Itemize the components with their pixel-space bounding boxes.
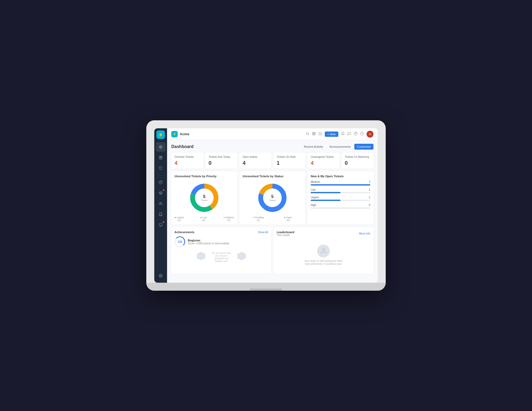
page-title: Dashboard [171,144,194,149]
stats-row: Overdue Tickets 4 Tickets Due Today 0 Op… [171,153,373,169]
stat-overdue-value: 4 [174,160,200,166]
stat-open[interactable]: Open tickets 4 [239,153,271,169]
svg-point-3 [160,202,161,204]
priority-legend-medium: ● Medium(2) [223,216,234,221]
chat-icon[interactable] [347,132,351,136]
stat-on-hold-value: 1 [277,160,302,166]
checklist-icon[interactable] [318,132,322,136]
sidebar-item-users[interactable] [156,199,165,208]
sidebar-item-settings[interactable] [156,271,165,281]
bottom-row: Achievements Show All 115 Beginner Score… [171,227,373,274]
bar-row-medium: Medium 2 [311,180,370,186]
stat-on-hold[interactable]: Tickets On Hold 1 [273,153,305,169]
stat-overdue-label: Overdue Tickets [174,155,200,158]
bar-label-high: High [311,204,316,207]
stat-open-label: Open tickets [243,155,268,158]
bar-row-urgent: Urgent 1 [311,196,370,201]
sidebar-item-question[interactable] [156,178,165,187]
bar-fill-low [311,192,340,193]
tab-announcements[interactable]: Announcements [327,144,354,150]
stat-watching-value: 0 [345,160,370,166]
sidebar-item-shield[interactable] [156,163,165,173]
priority-chart-title: Unresolved Tickets by Priority [174,175,234,178]
status-legend-open: ● Open(4) [284,216,292,221]
more-info-link[interactable]: More Info [359,232,370,235]
topbar-logo: ⚡ [171,131,178,137]
stat-unassigned[interactable]: Unassigned Tickets 4 [307,153,339,169]
achievement-level: 115 [174,236,185,247]
badge-left [197,252,205,262]
grid-icon[interactable] [312,132,316,136]
leaderboard-title-group: Leaderboard This month [277,231,294,237]
bell-icon[interactable] [341,132,345,136]
bar-track-low [311,192,370,193]
leaderboard-card: Leaderboard This month More Info Your te… [273,227,373,274]
content-area: Dashboard Recent Activity Announcements … [167,140,378,283]
priority-donut-center: 5 Tickets [201,194,207,202]
sidebar-item-monitor[interactable] [156,220,165,230]
search-icon[interactable] [306,132,309,136]
bar-row-high: High 0 [311,204,370,209]
achievement-title: Beginner [188,239,229,242]
achievements-header: Achievements Show All [174,231,268,234]
achievement-info: Beginner Score +2385 points to Intermedi… [188,239,229,245]
bar-value-high: 0 [369,204,370,207]
sidebar-item-home[interactable]: ⊙ [156,142,165,152]
sidebar-item-layers[interactable] [156,188,165,198]
priority-center-label: Tickets [201,199,207,202]
main-content: ⚡ Acme + New [167,128,378,283]
badge-message: Uh oh! Seems like you haven't achieved a… [211,252,232,262]
stat-due-today-label: Tickets Due Today [209,155,234,158]
priority-legend: ● Urgent(1) ● Low(2) ● Medium(2) [174,216,234,221]
leaderboard-empty-text: Your team is still looking for their bes… [302,260,345,265]
status-chart-title: Unresolved Tickets by Status [243,175,302,178]
stat-overdue[interactable]: Overdue Tickets 4 [171,153,203,169]
topbar: ⚡ Acme + New [167,128,378,140]
bar-track-high [311,207,370,209]
svg-point-8 [306,132,308,135]
bar-track-urgent [311,200,370,201]
sidebar-logo[interactable]: ⚡ [156,130,165,139]
avatar[interactable]: N [367,131,373,138]
achievements-title: Achievements [174,231,194,234]
tab-recent-activity[interactable]: Recent Activity [301,144,326,150]
show-all-link[interactable]: Show All [258,231,268,234]
topbar-icons: + New N [306,131,374,138]
leaderboard-title: Leaderboard [277,231,294,234]
bar-label-urgent: Urgent [311,196,319,199]
leaderboard-empty: Your team is still looking for their bes… [277,239,370,271]
achievement-item: 115 Beginner Score +2385 points to Inter… [174,236,268,247]
badge-icon-left [197,252,205,260]
stat-due-today[interactable]: Tickets Due Today 0 [205,153,237,169]
stat-watching-label: Tickets I'm Watching [345,155,370,158]
sidebar-item-book[interactable] [156,209,165,219]
bar-chart: Medium 2 Low [311,180,370,209]
bar-row-low: Low 1 [311,188,370,193]
svg-line-9 [308,134,309,135]
sidebar: ⚡ ⊙ [154,128,167,283]
info-icon[interactable] [360,132,364,136]
svg-rect-13 [312,134,313,135]
priority-chart-card: Unresolved Tickets by Priority [171,171,237,225]
stat-due-today-value: 0 [209,160,234,166]
status-legend-pending: ● Pending(1) [253,216,264,221]
bar-value-urgent: 1 [369,196,370,199]
bar-track-medium [311,184,370,186]
status-center-num: 5 [271,194,274,199]
badges-area: Uh oh! Seems like you haven't achieved a… [174,249,268,265]
leaderboard-subtitle: This month [277,234,294,237]
sidebar-item-tickets[interactable] [156,153,165,162]
priority-legend-low: ● Low(2) [200,216,207,221]
status-chart-card: Unresolved Tickets by Status [239,171,305,225]
new-button[interactable]: + New [325,131,339,137]
svg-point-7 [160,275,161,276]
svg-rect-10 [312,132,313,133]
achievement-desc: Score +2385 points to Intermediate [188,242,229,245]
stat-open-value: 4 [243,160,268,166]
help-icon[interactable] [354,132,358,136]
charts-row: Unresolved Tickets by Priority [171,171,373,225]
bar-value-medium: 2 [369,180,370,183]
stat-watching[interactable]: Tickets I'm Watching 0 [342,153,373,169]
stat-on-hold-label: Tickets On Hold [277,155,302,158]
customize-button[interactable]: Customize [354,144,373,150]
